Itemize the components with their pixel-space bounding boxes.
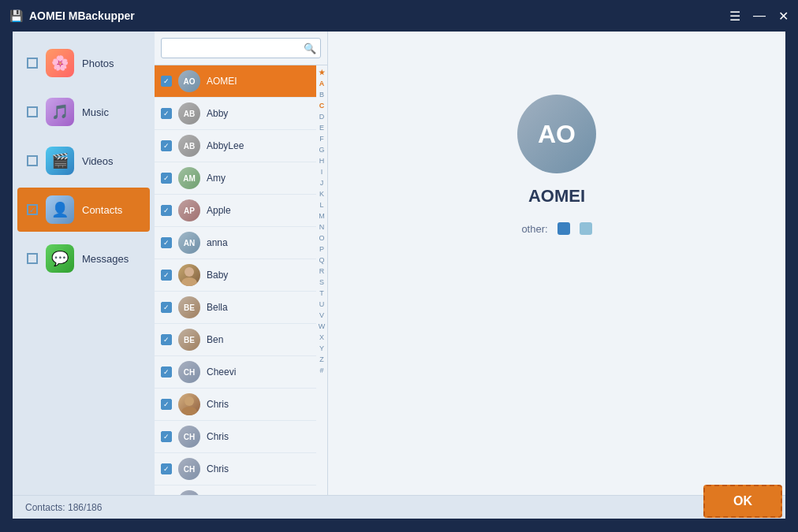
contact-name-abby: Abby: [207, 108, 228, 119]
sidebar-item-contacts[interactable]: 👤 Contacts: [17, 188, 150, 232]
photos-icon: 🌸: [46, 49, 74, 77]
contact-check-chris-2[interactable]: [161, 431, 172, 442]
videos-checkbox[interactable]: [27, 155, 38, 166]
main-window: 🌸 Photos 🎵 Music 🎬 Videos 👤 Contacts 💬: [13, 32, 785, 519]
content-area: 🌸 Photos 🎵 Music 🎬 Videos 👤 Contacts 💬: [13, 32, 785, 495]
contact-panel: 🔍 AO AOMEI AB Abby: [155, 32, 328, 495]
sidebar-item-messages[interactable]: 💬 Messages: [17, 236, 150, 281]
svg-point-2: [185, 396, 194, 406]
contact-check-baby[interactable]: [161, 270, 172, 281]
contact-item-bella[interactable]: BE Bella: [155, 292, 316, 324]
contact-item-anna[interactable]: AN anna: [155, 227, 316, 259]
contact-name-apple: Apple: [207, 205, 231, 216]
alpha-i[interactable]: I: [321, 166, 323, 177]
alpha-f[interactable]: F: [319, 133, 324, 144]
contact-name-cheevi: Cheevi: [207, 366, 236, 378]
search-input[interactable]: [161, 38, 321, 58]
contact-name-chris-1: Chris: [207, 399, 229, 410]
close-button[interactable]: ✕: [778, 9, 789, 24]
contact-check-abbylee[interactable]: [161, 140, 172, 151]
contact-item-chris-1[interactable]: Chris: [155, 389, 316, 421]
contact-item-aomei[interactable]: AO AOMEI: [155, 65, 316, 98]
messages-checkbox[interactable]: [27, 253, 38, 264]
alpha-t[interactable]: T: [319, 288, 324, 299]
contact-check-ben[interactable]: [161, 334, 172, 345]
contacts-label: Contacts: [82, 204, 122, 216]
contact-item-cheevi[interactable]: CH Cheevi: [155, 356, 316, 389]
alpha-l[interactable]: L: [319, 199, 323, 210]
alpha-d[interactable]: D: [319, 111, 325, 122]
menu-icon[interactable]: ☰: [729, 9, 740, 24]
alpha-a[interactable]: A: [319, 78, 325, 89]
svg-point-3: [181, 407, 197, 415]
contact-avatar-abby: AB: [178, 102, 200, 125]
contact-item-apple[interactable]: AP Apple: [155, 195, 316, 227]
alpha-m[interactable]: M: [319, 210, 325, 221]
alpha-star[interactable]: ★: [319, 67, 325, 78]
contact-check-chris-1[interactable]: [161, 399, 172, 410]
music-checkbox[interactable]: [27, 106, 38, 117]
alpha-b[interactable]: B: [319, 89, 324, 100]
contact-name-bella: Bella: [207, 302, 228, 313]
contact-check-chris-3[interactable]: [161, 463, 172, 474]
contact-item-abbylee[interactable]: AB AbbyLee: [155, 130, 316, 162]
alpha-w[interactable]: W: [319, 321, 326, 332]
sidebar-item-photos[interactable]: 🌸 Photos: [17, 41, 150, 85]
contact-item-chris-2[interactable]: CH Chris: [155, 421, 316, 453]
alpha-v[interactable]: V: [319, 310, 324, 321]
alpha-q[interactable]: Q: [319, 255, 324, 266]
contact-item-abby[interactable]: AB Abby: [155, 98, 316, 130]
alpha-n[interactable]: N: [319, 221, 325, 233]
contact-avatar-bella: BE: [178, 296, 200, 318]
alpha-g[interactable]: G: [319, 144, 324, 155]
app-title: AOMEI MBackupper: [29, 9, 135, 22]
search-bar: 🔍: [155, 32, 327, 65]
contact-check-cheevi[interactable]: [161, 366, 172, 378]
detail-other: other:: [521, 222, 591, 235]
status-bar: Contacts: 186/186: [13, 495, 785, 519]
detail-dot-lightblue: [580, 222, 592, 235]
alpha-k[interactable]: K: [319, 188, 324, 199]
ok-button[interactable]: OK: [703, 485, 782, 518]
contact-item-ben[interactable]: BE Ben: [155, 324, 316, 356]
svg-point-1: [181, 277, 197, 286]
alpha-y[interactable]: Y: [319, 343, 324, 354]
contact-check-anna[interactable]: [161, 237, 172, 248]
alpha-e[interactable]: E: [319, 122, 324, 133]
minimize-button[interactable]: —: [753, 9, 766, 23]
contact-name-baby: Baby: [207, 270, 228, 281]
alpha-x[interactable]: X: [319, 332, 324, 343]
contact-item-amy[interactable]: AM Amy: [155, 162, 316, 195]
title-bar-left: 💾 AOMEI MBackupper: [9, 9, 135, 22]
contact-item-baby[interactable]: Baby: [155, 259, 316, 292]
alpha-z[interactable]: Z: [319, 354, 324, 365]
contact-check-abby[interactable]: [161, 108, 172, 119]
alpha-p[interactable]: P: [319, 244, 324, 255]
contact-avatar-aomei: AO: [178, 70, 200, 92]
contact-check-aomei[interactable]: [161, 76, 172, 87]
alpha-o[interactable]: O: [319, 233, 324, 244]
alpha-h[interactable]: H: [319, 155, 325, 166]
search-icon: 🔍: [304, 43, 316, 54]
contact-item-chris-4[interactable]: CH Chris: [155, 485, 316, 495]
music-icon: 🎵: [46, 98, 74, 126]
alpha-u[interactable]: U: [319, 299, 325, 310]
alpha-j[interactable]: J: [320, 177, 324, 188]
alpha-hash[interactable]: #: [319, 365, 323, 376]
detail-panel: AO AOMEI other:: [328, 32, 785, 495]
contact-item-chris-3[interactable]: CH Chris: [155, 453, 316, 485]
photos-checkbox[interactable]: [27, 58, 38, 69]
sidebar-item-music[interactable]: 🎵 Music: [17, 90, 150, 134]
contact-avatar-cheevi: CH: [178, 361, 200, 383]
contact-check-apple[interactable]: [161, 205, 172, 216]
contacts-checkbox[interactable]: [27, 204, 38, 215]
contact-name-amy: Amy: [207, 173, 226, 184]
alpha-r[interactable]: R: [319, 266, 325, 277]
alpha-c[interactable]: C: [319, 100, 325, 111]
contact-avatar-ben: BE: [178, 329, 200, 351]
alpha-s[interactable]: S: [319, 277, 324, 288]
contact-check-bella[interactable]: [161, 302, 172, 313]
contact-avatar-chris-1: [178, 393, 200, 415]
contact-check-amy[interactable]: [161, 173, 172, 184]
sidebar-item-videos[interactable]: 🎬 Videos: [17, 139, 150, 183]
